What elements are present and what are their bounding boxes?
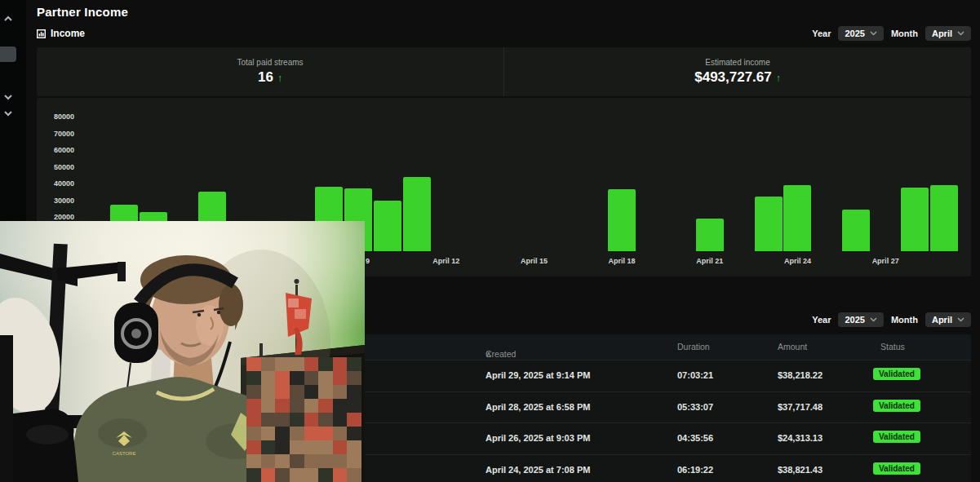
mosaic-cell xyxy=(304,440,319,454)
created-at-cell: April 29, 2025 at 9:14 PM xyxy=(486,370,590,380)
mosaic-cell xyxy=(246,399,261,413)
amount-cell: $24,313.13 xyxy=(778,433,823,443)
income-section-header: Income xyxy=(37,28,85,39)
mosaic-cell xyxy=(261,413,276,427)
income-bar xyxy=(608,189,636,251)
x-axis-tick: April 15 xyxy=(508,257,560,265)
chevron-down-icon[interactable] xyxy=(3,110,13,117)
status-cell: Validated xyxy=(873,400,920,412)
mosaic-cell xyxy=(246,468,261,482)
mosaic-cell xyxy=(290,413,304,427)
mosaic-cell xyxy=(275,357,290,371)
created-at-cell: April 26, 2025 at 9:03 PM xyxy=(486,433,590,443)
x-axis-tick: April 12 xyxy=(420,257,472,265)
mosaic-cell xyxy=(275,385,290,399)
mosaic-cell xyxy=(304,371,319,385)
mosaic-cell xyxy=(304,357,319,371)
created-at-cell: April 28, 2025 at 6:58 PM xyxy=(486,402,590,412)
column-header-amount[interactable]: Amount xyxy=(778,342,807,352)
income-bar xyxy=(755,197,783,251)
mosaic-cell xyxy=(261,357,276,371)
year-label: Year xyxy=(812,315,831,325)
webcam-overlay: CASTORE xyxy=(0,221,365,482)
mosaic-cell xyxy=(333,413,348,427)
mosaic-cell xyxy=(333,427,348,440)
mosaic-cell xyxy=(318,454,333,468)
status-cell: Validated xyxy=(873,431,920,443)
mosaic-cell xyxy=(246,454,261,468)
status-cell: Validated xyxy=(873,368,920,380)
mosaic-cell xyxy=(304,413,319,427)
chevron-down-icon xyxy=(870,317,877,322)
status-badge: Validated xyxy=(873,431,920,443)
income-bar xyxy=(842,210,870,251)
month-select[interactable]: April xyxy=(925,26,971,41)
mosaic-cell xyxy=(347,454,361,468)
status-cell: Validated xyxy=(873,462,920,475)
income-stats-card: Total paid streams 16 ↑ Estimated income… xyxy=(37,47,971,96)
mosaic-cell xyxy=(261,399,276,413)
column-header-status[interactable]: Status xyxy=(880,342,905,352)
mosaic-cell xyxy=(261,454,276,468)
month-select[interactable]: April xyxy=(925,312,971,327)
amount-cell: $38,821.43 xyxy=(778,465,823,475)
income-bar xyxy=(696,219,724,251)
month-label: Month xyxy=(891,29,918,38)
income-bar xyxy=(901,188,929,251)
chevron-up-icon[interactable] xyxy=(3,15,13,22)
mosaic-cell xyxy=(347,427,361,440)
page-title: Partner Income xyxy=(37,5,128,19)
mosaic-cell xyxy=(246,427,261,440)
chevron-down-icon xyxy=(870,31,877,36)
mosaic-cell xyxy=(347,357,361,371)
income-chart-icon xyxy=(37,29,46,38)
mosaic-cell xyxy=(347,385,361,399)
mosaic-cell xyxy=(333,440,348,454)
mosaic-cell xyxy=(318,357,333,371)
duration-cell: 07:03:21 xyxy=(677,370,713,380)
streams-filters: Year 2025 Month April xyxy=(812,312,971,327)
x-axis-tick: April 24 xyxy=(771,257,823,265)
mosaic-cell xyxy=(261,385,276,399)
mosaic-cell xyxy=(290,440,304,454)
mosaic-cell xyxy=(347,468,361,482)
mosaic-cell xyxy=(347,413,361,427)
amount-cell: $38,218.22 xyxy=(778,370,823,380)
mosaic-cell xyxy=(261,468,276,482)
created-at-cell: April 24, 2025 at 7:08 PM xyxy=(486,465,590,475)
chevron-down-icon xyxy=(957,317,964,322)
mosaic-cell xyxy=(275,454,290,468)
sidebar-active-item[interactable] xyxy=(0,46,16,62)
mosaic-cell xyxy=(318,371,333,385)
mosaic-cell xyxy=(318,440,333,454)
mosaic-cell xyxy=(246,385,261,399)
income-bar xyxy=(783,185,811,251)
mosaic-cell xyxy=(246,357,261,371)
mosaic-cell xyxy=(275,468,290,482)
status-badge: Validated xyxy=(873,462,920,475)
mosaic-cell xyxy=(333,454,348,468)
y-axis-tick: 50000 xyxy=(37,163,74,171)
mosaic-cell xyxy=(347,399,361,413)
duration-cell: 06:19:22 xyxy=(677,465,713,475)
mosaic-cell xyxy=(275,371,290,385)
year-select[interactable]: 2025 xyxy=(838,26,883,41)
mosaic-cell xyxy=(275,440,290,454)
mosaic-cell xyxy=(333,385,348,399)
mosaic-cell xyxy=(246,413,261,427)
column-header-duration[interactable]: Duration xyxy=(677,342,710,352)
mosaic-cell xyxy=(290,427,304,440)
total-paid-streams-value: 16 xyxy=(258,69,273,86)
mosaic-cell xyxy=(333,399,348,413)
mosaic-cell xyxy=(304,468,319,482)
chevron-down-icon[interactable] xyxy=(3,94,13,100)
x-axis-tick: April 18 xyxy=(596,257,648,265)
year-select[interactable]: 2025 xyxy=(838,312,883,327)
mosaic-cell xyxy=(290,357,304,371)
month-label: Month xyxy=(891,315,918,325)
mosaic-cell xyxy=(318,468,333,482)
status-badge: Validated xyxy=(873,400,920,412)
mosaic-cell xyxy=(318,413,333,427)
partner-income-dashboard: Partner Income Income Year 2025 Month Ap… xyxy=(0,0,980,482)
mosaic-cell xyxy=(290,399,304,413)
